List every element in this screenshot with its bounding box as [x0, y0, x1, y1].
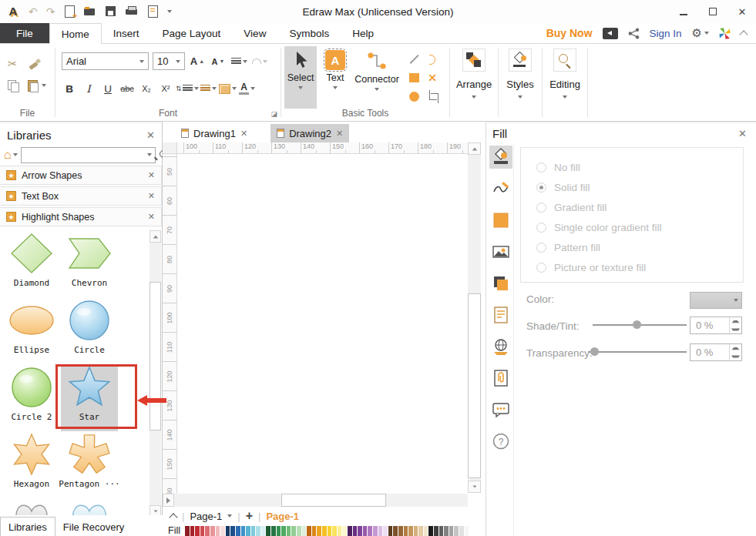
shape-diamond[interactable]: Diamond: [3, 230, 60, 297]
erase-tool-icon[interactable]: ✕: [428, 72, 437, 83]
color-swatch[interactable]: [414, 526, 418, 536]
shadow-icon[interactable]: [489, 272, 512, 295]
sign-in-link[interactable]: Sign In: [650, 28, 682, 39]
scroll-up-button[interactable]: [150, 230, 161, 243]
highlight-button[interactable]: [219, 79, 237, 98]
color-swatch[interactable]: [251, 526, 256, 536]
text-tool-button[interactable]: A Text: [320, 46, 351, 109]
section-highlight-shapes[interactable]: ★ Highlight Shapes ✕: [0, 207, 162, 226]
connector-tool-button[interactable]: Connector: [352, 46, 402, 109]
picture-icon[interactable]: [489, 240, 512, 263]
color-swatch[interactable]: [307, 526, 311, 536]
fill-option-radio[interactable]: Pattern fill: [536, 237, 743, 257]
page-selector-dropdown-icon[interactable]: [227, 514, 232, 518]
bottom-tab-libraries[interactable]: Libraries: [0, 517, 55, 536]
editing-button[interactable]: Editing: [543, 49, 587, 99]
quick-access-dropdown-icon[interactable]: [167, 10, 172, 13]
shade-tint-spinbox[interactable]: 0 %: [690, 317, 742, 334]
collapse-ribbon-icon[interactable]: [739, 30, 748, 39]
color-swatch[interactable]: [454, 526, 459, 536]
settings-button[interactable]: ⚙: [692, 26, 709, 40]
tab-view[interactable]: View: [232, 23, 277, 43]
color-swatch[interactable]: [291, 526, 296, 536]
fill-option-radio[interactable]: No fill: [536, 157, 743, 177]
superscript-button[interactable]: X²: [156, 79, 175, 98]
library-scrollbar-thumb[interactable]: [150, 282, 161, 430]
subscript-button[interactable]: X₂: [137, 79, 156, 98]
color-swatch[interactable]: [241, 526, 246, 536]
color-swatch[interactable]: [317, 526, 321, 536]
shape-partial-blue[interactable]: [61, 498, 118, 515]
collapse-pages-icon[interactable]: [169, 513, 177, 521]
color-swatch[interactable]: [439, 526, 444, 536]
shrink-font-button[interactable]: A▼: [210, 53, 227, 70]
grow-font-button[interactable]: A▲: [189, 53, 206, 70]
underline-button[interactable]: U: [99, 79, 117, 98]
copy-icon[interactable]: [8, 80, 19, 92]
shape-chevron[interactable]: Chevron: [61, 230, 118, 297]
color-swatch[interactable]: [398, 526, 403, 536]
library-search-input[interactable]: [22, 149, 147, 162]
tab-insert[interactable]: Insert: [102, 23, 151, 43]
line-tab-icon[interactable]: [489, 177, 512, 200]
color-swatch[interactable]: [358, 526, 362, 536]
color-swatch[interactable]: [444, 526, 449, 536]
page-selector[interactable]: Page-1: [190, 511, 222, 522]
fill-panel-close-icon[interactable]: ✕: [738, 129, 747, 139]
transparency-spinbox[interactable]: 0 %: [690, 343, 742, 361]
color-swatch[interactable]: [271, 526, 276, 536]
slider-knob[interactable]: [633, 320, 641, 329]
section-text-box[interactable]: ★ Text Box ✕: [0, 186, 162, 206]
add-page-button[interactable]: +: [246, 509, 253, 523]
tab-page-layout[interactable]: Page Layout: [151, 23, 233, 43]
color-swatch-dropdown[interactable]: [690, 292, 742, 309]
color-swatch[interactable]: [342, 526, 347, 536]
library-home-button[interactable]: ⌂: [4, 149, 18, 161]
spin-up-icon[interactable]: [730, 317, 741, 326]
color-swatch[interactable]: [348, 526, 352, 536]
crop-tool-icon[interactable]: [428, 92, 438, 102]
color-swatch[interactable]: [378, 526, 383, 536]
font-family-combobox[interactable]: Arial: [62, 52, 149, 70]
bold-button[interactable]: B: [60, 79, 79, 98]
hyperlink-globe-icon[interactable]: [489, 335, 512, 358]
color-swatch[interactable]: [287, 526, 291, 536]
tab-file[interactable]: File: [0, 23, 49, 43]
horizontal-scrollbar-thumb[interactable]: [281, 494, 386, 507]
search-dropdown-icon[interactable]: [147, 153, 152, 156]
vertical-scrollbar[interactable]: [468, 142, 481, 493]
color-swatch[interactable]: [408, 526, 413, 536]
minimize-button[interactable]: [677, 6, 690, 18]
page-setup-icon[interactable]: [489, 303, 512, 327]
color-swatch[interactable]: [373, 526, 378, 536]
attachment-icon[interactable]: [489, 367, 512, 390]
libraries-close-icon[interactable]: ✕: [146, 130, 155, 140]
color-swatch[interactable]: [281, 526, 286, 536]
open-file-icon[interactable]: [84, 5, 96, 18]
color-swatch[interactable]: [322, 526, 327, 536]
color-swatch[interactable]: [230, 526, 235, 536]
line-spacing-button[interactable]: ⇅: [176, 79, 199, 98]
color-swatch[interactable]: [205, 526, 210, 536]
color-swatch[interactable]: [332, 526, 337, 536]
color-swatch[interactable]: [312, 526, 317, 536]
scroll-right-button[interactable]: [163, 494, 174, 507]
color-swatch[interactable]: [210, 526, 215, 536]
format-painter-icon[interactable]: [28, 58, 40, 70]
cut-icon[interactable]: ✂: [8, 57, 28, 71]
fill-tab-icon[interactable]: [489, 146, 512, 169]
color-swatch[interactable]: [220, 526, 225, 536]
tab-home[interactable]: Home: [49, 23, 102, 44]
color-swatch[interactable]: [246, 526, 250, 536]
shape-pentagon[interactable]: Pentagon ···: [61, 431, 118, 498]
slider-knob[interactable]: [590, 347, 599, 356]
color-swatch[interactable]: [266, 526, 270, 536]
scroll-down-button[interactable]: [468, 481, 481, 493]
color-swatch[interactable]: [393, 526, 398, 536]
color-swatch[interactable]: [418, 526, 423, 536]
arc-tool-icon[interactable]: [429, 55, 435, 65]
color-swatch[interactable]: [328, 526, 332, 536]
fill-option-radio[interactable]: Single color gradient fill: [536, 217, 743, 237]
section-close-icon[interactable]: ✕: [148, 213, 155, 221]
rectangle-tool-icon[interactable]: [409, 73, 419, 82]
